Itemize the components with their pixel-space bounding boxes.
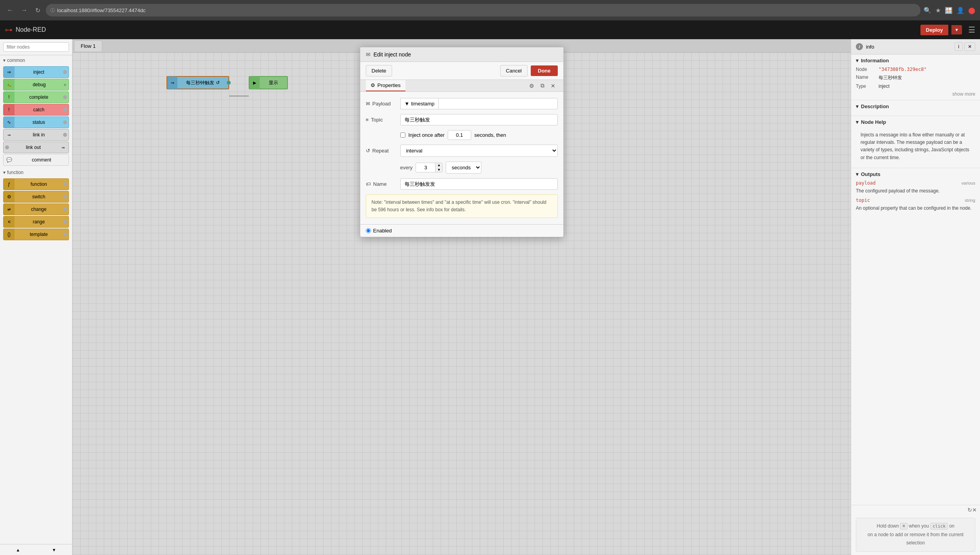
sidebar-item-catch[interactable]: ! catch (3, 104, 69, 116)
sidebar-item-link-out[interactable]: link out ⇒ (3, 141, 69, 153)
deploy-dropdown-button[interactable]: ▼ (951, 25, 962, 34)
delete-button[interactable]: Delete (366, 65, 392, 76)
help-hint-box: Hold down ⌘ when you click on on a node … (856, 518, 975, 552)
sidebar-item-complete[interactable]: ! complete (3, 91, 69, 103)
outputs-section-header[interactable]: ▾ Outputs (856, 171, 975, 177)
settings-icon-button[interactable]: ⚙ (527, 81, 537, 91)
description-section: ▾ Description (851, 100, 980, 116)
help-hint-actions: ↻ ✕ (851, 505, 980, 515)
name-input[interactable] (400, 178, 558, 190)
info-panel-actions: i ✕ (955, 42, 975, 51)
debug-list-icon: ≡ (64, 83, 69, 87)
information-section-header[interactable]: ▾ Information (856, 58, 975, 63)
refresh-button[interactable]: ↻ (33, 5, 43, 16)
range-port-right (63, 220, 67, 224)
spinner-down-button[interactable]: ▼ (436, 168, 442, 172)
chevron-help-icon: ▾ (856, 119, 859, 125)
spinner-up-button[interactable]: ▲ (436, 163, 442, 168)
tab-properties[interactable]: ⚙ Properties (366, 80, 405, 91)
dialog-title: Edit inject node (374, 51, 411, 58)
edit-inject-dialog: ✉ Edit inject node Delete Cancel Done ⚙ … (360, 47, 564, 237)
sidebar-item-link-in[interactable]: ⇒ link in (3, 129, 69, 141)
interval-value-input[interactable] (416, 163, 436, 172)
close-icon-button[interactable]: ✕ (972, 507, 977, 513)
name-row: 🏷 Name (366, 178, 558, 190)
logo-icon: ⊶ (5, 25, 13, 34)
range-node-icon: ⑆ (4, 216, 14, 228)
show-more-link[interactable]: show more (952, 91, 975, 97)
sidebar-scroll-controls: ▲ ▼ (0, 544, 72, 555)
name-info-row: Name 每三秒钟发 (856, 74, 975, 81)
refresh-icon-button[interactable]: ↻ (967, 507, 972, 513)
click-kbd: click (930, 523, 948, 530)
information-section: ▾ Information Node "347308fb.329ec8" Nam… (851, 54, 980, 100)
forward-button[interactable]: → (19, 5, 30, 15)
node-help-section-header[interactable]: ▾ Node Help (856, 119, 975, 125)
deploy-button[interactable]: Deploy (920, 25, 948, 35)
browser-actions: 🔍 ★ 🪟 👤 ⬤ (924, 7, 975, 14)
name-value: 每三秒钟发 (879, 74, 902, 81)
hamburger-menu-icon[interactable]: ☰ (968, 25, 975, 34)
topbar-right: Deploy ▼ ☰ (920, 25, 975, 35)
sidebar-item-switch[interactable]: ⚙ switch (3, 191, 69, 203)
help-hint-container: ↻ ✕ Hold down ⌘ when you click on on a n… (851, 505, 980, 555)
type-key: Type (856, 83, 875, 89)
payload-type-button[interactable]: ▼ timestamp (400, 98, 439, 109)
catch-node-icon: ! (4, 104, 14, 116)
inject-once-label: Inject once after (409, 132, 445, 138)
url-text: localhost:1880/#flow/73554227.4474dc (57, 7, 146, 13)
inject-port-right (63, 70, 67, 74)
search-input[interactable] (3, 42, 69, 52)
menu-dots-icon[interactable]: ⬤ (968, 7, 975, 14)
sidebar-item-range[interactable]: ⑆ range (3, 216, 69, 228)
bug-tab-button[interactable]: ✕ (964, 42, 975, 51)
scroll-up-button[interactable]: ▲ (0, 544, 36, 555)
interval-unit-select[interactable]: seconds minutes hours (446, 161, 481, 174)
sidebar-item-function[interactable]: ƒ function (3, 178, 69, 190)
enabled-radio-input[interactable] (366, 228, 371, 233)
payload-value-input[interactable] (438, 98, 557, 109)
sidebar-section-function[interactable]: ▾ function (0, 167, 72, 178)
function-node-icon: ƒ (4, 178, 14, 190)
copy-icon-button[interactable]: ⧉ (538, 81, 547, 91)
sidebar-item-debug[interactable]: 🐛 debug ≡ (3, 79, 69, 91)
sidebar-item-change[interactable]: ⇄ change (3, 203, 69, 215)
payload-output-tag: payload (856, 180, 876, 186)
sidebar-item-status[interactable]: ∿ status (3, 116, 69, 128)
canvas-area: Flow 1 ⇒ 每三秒钟触发 ↺ ▶ 显示 (72, 39, 851, 555)
chevron-down-icon: ▾ (3, 58, 5, 63)
repeat-select[interactable]: interval interval between times at a spe… (400, 145, 558, 157)
topic-input[interactable] (400, 114, 558, 125)
cancel-button[interactable]: Cancel (500, 65, 528, 76)
back-button[interactable]: ← (5, 5, 16, 15)
scroll-down-button[interactable]: ▼ (36, 544, 72, 555)
sidebar-item-inject[interactable]: ⇒ inject (3, 66, 69, 78)
sidebar-item-comment[interactable]: 💬 comment (3, 154, 69, 166)
done-button[interactable]: Done (531, 65, 558, 76)
profile-icon[interactable]: 👤 (956, 7, 964, 14)
tab-properties-label: Properties (378, 82, 401, 88)
extensions-icon[interactable]: 🪟 (945, 7, 953, 14)
description-section-header[interactable]: ▾ Description (856, 103, 975, 109)
info-tab-button[interactable]: i (955, 42, 963, 51)
sidebar-item-template[interactable]: {} template (3, 229, 69, 240)
info-icon-button[interactable]: ✕ (548, 81, 558, 91)
spinner-buttons: ▲ ▼ (436, 163, 442, 172)
logo: ⊶ Node-RED (5, 25, 46, 34)
template-node-icon: {} (4, 229, 14, 240)
bookmark-icon[interactable]: ★ (935, 7, 941, 14)
repeat-label: ↺ Repeat (366, 148, 397, 154)
address-bar[interactable]: ⓘ localhost:1880/#flow/73554227.4474dc (46, 4, 920, 16)
info-panel-header: i info i ✕ (851, 39, 980, 54)
number-spinner: ▲ ▼ (416, 163, 443, 172)
chevron-down-function-icon: ▾ (3, 170, 5, 175)
browser-chrome: ← → ↻ ⓘ localhost:1880/#flow/73554227.44… (0, 0, 980, 20)
note-box: Note: "interval between times" and "at a… (366, 194, 558, 218)
sidebar-section-common[interactable]: ▾ common (0, 55, 72, 65)
envelope-icon: ✉ (366, 101, 370, 107)
dialog-body: ✉ Payload ▼ timestamp (360, 92, 563, 224)
inject-once-value[interactable] (448, 130, 471, 140)
inject-once-checkbox[interactable] (400, 132, 405, 138)
search-icon[interactable]: 🔍 (924, 7, 931, 14)
payload-type-arrow: ▼ (405, 101, 410, 107)
